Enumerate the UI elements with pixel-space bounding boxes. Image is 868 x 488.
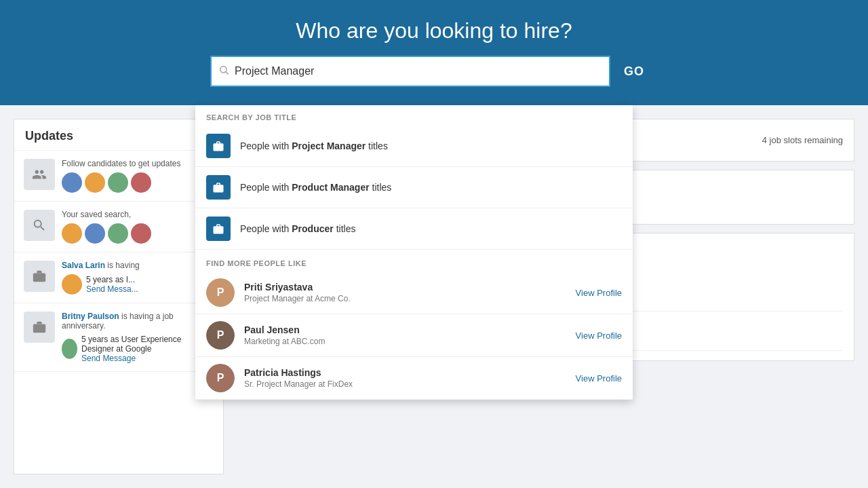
update-item-search: Your saved search, xyxy=(14,202,223,252)
job-slots-text: 4 job slots remaining xyxy=(762,135,843,145)
person-item-patricia[interactable]: P Patricia Hastings Sr. Project Manager … xyxy=(195,357,633,400)
svg-rect-3 xyxy=(33,324,45,333)
dropdown-item-text-2: People with Product Manager titles xyxy=(240,182,391,193)
britny-years: 5 years as User Experience Designer at G… xyxy=(81,335,214,354)
dropdown-item-text-3: People with Producer titles xyxy=(240,223,355,234)
search-mini-av-2 xyxy=(85,223,105,244)
update-item-salva: Salva Larin is having 5 years as I... Se… xyxy=(14,252,223,303)
svg-line-1 xyxy=(226,72,229,75)
follow-icon xyxy=(24,159,55,190)
dropdown-item-producer[interactable]: People with Producer titles xyxy=(195,208,633,250)
britny-icon xyxy=(24,312,55,343)
updates-title: Updates xyxy=(14,119,223,151)
briefcase-icon-1 xyxy=(206,134,231,158)
mini-avatar-4 xyxy=(131,172,151,193)
salva-sub: 5 years as I... Send Messa... xyxy=(86,275,138,294)
update-content-follow: Follow candidates to get updates xyxy=(62,159,214,193)
avatar-patricia: P xyxy=(206,364,235,392)
salva-link[interactable]: Salva Larin xyxy=(62,261,105,270)
search-bar: GO xyxy=(210,56,658,87)
header: Who are you looking to hire? GO SEARCH B… xyxy=(0,0,868,105)
person-item-priti[interactable]: P Priti Sriyastava Project Manager at Ac… xyxy=(195,271,633,314)
person-title-patricia: Sr. Project Manager at FixDex xyxy=(244,379,576,389)
person-info-patricia: Patricia Hastings Sr. Project Manager at… xyxy=(244,367,576,389)
britny-link[interactable]: Britny Paulson xyxy=(62,312,119,321)
search-container xyxy=(210,56,610,87)
update-content-britny: Britny Paulson is having a job anniversa… xyxy=(62,312,214,363)
svg-rect-2 xyxy=(33,273,45,282)
svg-point-0 xyxy=(220,67,226,73)
britny-sub: 5 years as User Experience Designer at G… xyxy=(81,335,214,363)
britny-send-message[interactable]: Send Message xyxy=(81,354,214,363)
update-text-follow: Follow candidates to get updates xyxy=(62,159,214,168)
salva-avatar xyxy=(62,274,82,295)
search-mini-av-3 xyxy=(108,223,128,244)
section-people-label: FIND MORE PEOPLE LIKE xyxy=(195,250,633,271)
update-content-salva: Salva Larin is having 5 years as I... Se… xyxy=(62,261,214,295)
mini-avatar-1 xyxy=(62,172,82,193)
page-title: Who are you looking to hire? xyxy=(296,18,572,43)
updates-panel: Updates Follow candidates to get updates xyxy=(14,119,224,474)
person-info-priti: Priti Sriyastava Project Manager at Acme… xyxy=(244,282,576,303)
update-text-search: Your saved search, xyxy=(62,210,214,219)
salva-years: 5 years as I... xyxy=(86,275,138,284)
dropdown-item-text-1: People with Project Manager titles xyxy=(240,140,388,151)
update-avatars xyxy=(62,172,214,193)
person-name-patricia: Patricia Hastings xyxy=(244,367,576,378)
person-title-priti: Project Manager at Acme Co. xyxy=(244,294,576,303)
dropdown-item-product-manager[interactable]: People with Product Manager titles xyxy=(195,167,633,208)
search-dropdown: SEARCH BY JOB TITLE People with Project … xyxy=(195,105,633,400)
update-item-britny: Britny Paulson is having a job anniversa… xyxy=(14,303,223,372)
update-text-salva: Salva Larin is having xyxy=(62,261,214,270)
person-name-paul: Paul Jensen xyxy=(244,324,576,335)
search-icon xyxy=(218,64,229,78)
person-name-priti: Priti Sriyastava xyxy=(244,282,576,293)
go-button[interactable]: GO xyxy=(610,56,658,87)
view-profile-button-patricia[interactable]: View Profile xyxy=(576,373,622,383)
search-input[interactable] xyxy=(235,65,602,77)
person-item-paul[interactable]: P Paul Jensen Marketing at ABC.com View … xyxy=(195,314,633,357)
briefcase-icon-2 xyxy=(206,175,231,200)
view-profile-button-priti[interactable]: View Profile xyxy=(576,288,622,298)
salva-icon xyxy=(24,261,55,292)
avatar-priti: P xyxy=(206,278,235,307)
update-text-britny: Britny Paulson is having a job anniversa… xyxy=(62,312,214,331)
search-mini-av-4 xyxy=(131,223,151,244)
dropdown-item-project-manager[interactable]: People with Project Manager titles xyxy=(195,126,633,167)
briefcase-icon-3 xyxy=(206,217,231,241)
person-info-paul: Paul Jensen Marketing at ABC.com xyxy=(244,324,576,346)
britny-avatar xyxy=(62,339,77,359)
update-content-search: Your saved search, xyxy=(62,210,214,244)
section-job-title-label: SEARCH BY JOB TITLE xyxy=(195,105,633,126)
search-mini-av-1 xyxy=(62,223,82,244)
view-profile-button-paul[interactable]: View Profile xyxy=(576,331,622,341)
update-item-follow: Follow candidates to get updates xyxy=(14,151,223,202)
search-avatars xyxy=(62,223,214,244)
salva-send-message[interactable]: Send Messa... xyxy=(86,284,138,294)
mini-avatar-3 xyxy=(108,172,128,193)
avatar-paul: P xyxy=(206,321,235,350)
mini-avatar-2 xyxy=(85,172,105,193)
person-title-paul: Marketing at ABC.com xyxy=(244,337,576,346)
search-update-icon xyxy=(24,210,55,241)
